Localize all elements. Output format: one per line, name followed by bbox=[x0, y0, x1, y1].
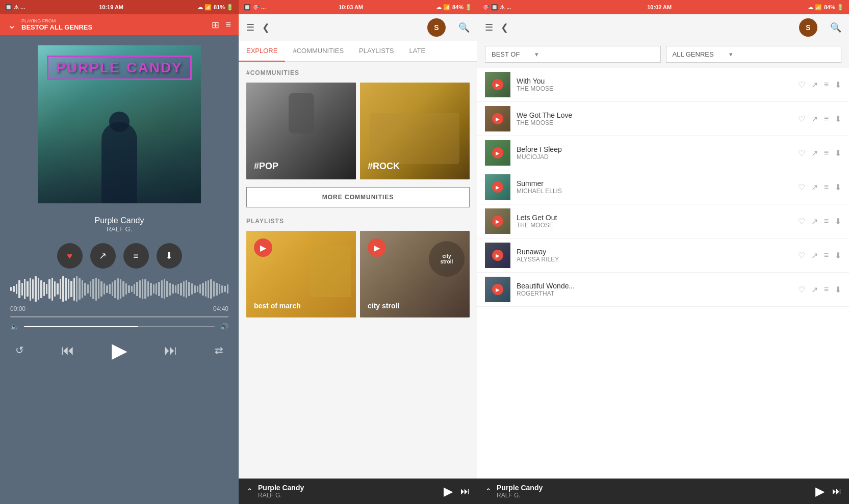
wave-bar bbox=[32, 279, 34, 299]
song-row[interactable]: ▶ Runaway ALYSSA RILEY ♡ ↗ ≡ ⬇ bbox=[477, 238, 849, 273]
playlist-city-play[interactable]: ▶ bbox=[368, 238, 386, 257]
mini-expand-icon-p3[interactable]: ⌃ bbox=[485, 487, 492, 496]
status-right-p3: ☁ 📶 84% 🔋 bbox=[808, 4, 844, 11]
song-download-icon[interactable]: ⬇ bbox=[835, 251, 841, 260]
song-share-icon[interactable]: ↗ bbox=[811, 182, 818, 192]
community-card-pop[interactable]: #POP bbox=[246, 83, 356, 179]
song-queue-icon[interactable]: ≡ bbox=[824, 285, 829, 294]
repeat-button[interactable]: ↺ bbox=[15, 344, 24, 356]
filter-bestof[interactable]: BEST OF ▾ bbox=[485, 46, 661, 63]
search-icon[interactable]: 🔍 bbox=[458, 22, 470, 33]
song-queue-icon[interactable]: ≡ bbox=[824, 251, 829, 260]
song-queue-icon[interactable]: ≡ bbox=[824, 80, 829, 89]
song-play-icon[interactable]: ▶ bbox=[492, 181, 503, 193]
tab-playlists[interactable]: PLAYLISTS bbox=[351, 41, 401, 61]
song-play-icon[interactable]: ▶ bbox=[492, 147, 503, 158]
song-queue-icon[interactable]: ≡ bbox=[824, 114, 829, 123]
song-share-icon[interactable]: ↗ bbox=[811, 148, 818, 158]
next-button[interactable]: ⏭ bbox=[164, 342, 177, 358]
wave-bar bbox=[57, 283, 58, 295]
download-button[interactable]: ⬇ bbox=[157, 243, 182, 269]
progress-bar[interactable] bbox=[10, 316, 228, 317]
chevron-down-icon[interactable]: ⌄ bbox=[8, 19, 16, 31]
mini-play-button-p3[interactable]: ▶ bbox=[815, 484, 825, 498]
user-avatar[interactable]: S bbox=[427, 18, 446, 37]
community-card-rock[interactable]: #ROCK bbox=[360, 83, 470, 179]
user-avatar-p3[interactable]: S bbox=[799, 18, 817, 37]
search-icon-p3[interactable]: 🔍 bbox=[830, 22, 841, 33]
community-rock-label: #ROCK bbox=[368, 161, 400, 172]
playlist-march-play[interactable]: ▶ bbox=[254, 238, 272, 257]
song-like-icon[interactable]: ♡ bbox=[798, 80, 805, 90]
song-download-icon[interactable]: ⬇ bbox=[835, 285, 841, 295]
album-title: PURPLE CANDY bbox=[38, 56, 201, 80]
song-share-icon[interactable]: ↗ bbox=[811, 80, 818, 90]
hamburger-icon-p3[interactable]: ☰ bbox=[485, 22, 493, 33]
song-like-icon[interactable]: ♡ bbox=[798, 217, 805, 226]
shuffle-button[interactable]: ⇄ bbox=[215, 344, 223, 356]
song-like-icon[interactable]: ♡ bbox=[798, 182, 805, 192]
filter-genres[interactable]: ALL GENRES ▾ bbox=[666, 46, 842, 63]
menu-icon[interactable]: ≡ bbox=[225, 19, 231, 31]
song-share-icon[interactable]: ↗ bbox=[811, 217, 818, 226]
song-download-icon[interactable]: ⬇ bbox=[835, 217, 841, 226]
song-queue-icon[interactable]: ≡ bbox=[824, 182, 829, 192]
song-download-icon[interactable]: ⬇ bbox=[835, 182, 841, 192]
song-row[interactable]: ▶ Before I Sleep MUCIOJAD ♡ ↗ ≡ ⬇ bbox=[477, 136, 849, 170]
mini-expand-icon-p2[interactable]: ⌃ bbox=[246, 487, 253, 496]
play-pause-button[interactable]: ▶ bbox=[112, 338, 127, 362]
song-play-icon[interactable]: ▶ bbox=[492, 79, 503, 90]
song-play-icon[interactable]: ▶ bbox=[492, 250, 503, 261]
song-like-icon[interactable]: ♡ bbox=[798, 148, 805, 158]
song-row[interactable]: ▶ With You THE MOOSE ♡ ↗ ≡ ⬇ bbox=[477, 68, 849, 102]
album-art-container: PURPLE CANDY bbox=[0, 35, 239, 211]
tab-late[interactable]: LATE bbox=[402, 41, 433, 61]
song-play-icon[interactable]: ▶ bbox=[492, 284, 503, 295]
song-row[interactable]: ▶ We Got The Love THE MOOSE ♡ ↗ ≡ ⬇ bbox=[477, 102, 849, 136]
playlist-card-march[interactable]: ▶ best of march bbox=[246, 231, 356, 317]
song-download-icon[interactable]: ⬇ bbox=[835, 114, 841, 124]
tab-explore[interactable]: EXPLORE bbox=[239, 41, 285, 62]
status-bar-panel2: 🔲 🎯 ... 10:03 AM ☁ 📶 84% 🔋 bbox=[239, 0, 477, 14]
mini-play-button-p2[interactable]: ▶ bbox=[444, 484, 453, 498]
action-buttons: ♥ ↗ ≡ ⬇ bbox=[0, 238, 239, 274]
song-share-icon[interactable]: ↗ bbox=[811, 251, 818, 260]
song-queue-icon[interactable]: ≡ bbox=[824, 148, 829, 157]
transport-controls: ↺ ⏮ ▶ ⏭ ⇄ bbox=[0, 333, 239, 367]
song-row-artist: MICHAEL ELLIS bbox=[517, 188, 792, 195]
song-download-icon[interactable]: ⬇ bbox=[835, 148, 841, 158]
song-play-icon[interactable]: ▶ bbox=[492, 113, 503, 124]
mini-info-p2: Purple Candy RALF G. bbox=[258, 484, 439, 499]
song-download-icon[interactable]: ⬇ bbox=[835, 80, 841, 90]
song-row[interactable]: ▶ Lets Get Out THE MOOSE ♡ ↗ ≡ ⬇ bbox=[477, 204, 849, 238]
prev-button[interactable]: ⏮ bbox=[61, 342, 74, 358]
share-button[interactable]: ↗ bbox=[90, 243, 116, 269]
song-queue-icon[interactable]: ≡ bbox=[824, 217, 829, 226]
song-share-icon[interactable]: ↗ bbox=[811, 285, 818, 295]
back-icon-p3[interactable]: ❮ bbox=[501, 22, 508, 33]
mini-next-button-p2[interactable]: ⏭ bbox=[460, 486, 470, 497]
wave-bar bbox=[52, 278, 53, 301]
wave-bar bbox=[62, 276, 64, 302]
song-row-artist: THE MOOSE bbox=[517, 222, 792, 229]
song-row[interactable]: ▶ Summer MICHAEL ELLIS ♡ ↗ ≡ ⬇ bbox=[477, 170, 849, 204]
queue-button[interactable]: ≡ bbox=[123, 243, 149, 269]
mini-next-button-p3[interactable]: ⏭ bbox=[832, 486, 841, 497]
hamburger-icon[interactable]: ☰ bbox=[246, 22, 254, 33]
song-share-icon[interactable]: ↗ bbox=[811, 114, 818, 124]
playlist-card-city[interactable]: citystroll ▶ city stroll bbox=[360, 231, 470, 317]
back-icon[interactable]: ❮ bbox=[262, 22, 270, 33]
volume-track[interactable] bbox=[24, 326, 215, 327]
queue-icon[interactable]: ⊞ bbox=[212, 19, 219, 31]
more-communities-button[interactable]: MORE COMMUNITIES bbox=[246, 187, 470, 207]
song-play-icon[interactable]: ▶ bbox=[492, 216, 503, 227]
community-pop-label: #POP bbox=[254, 161, 278, 172]
song-like-icon[interactable]: ♡ bbox=[798, 114, 805, 124]
song-like-icon[interactable]: ♡ bbox=[798, 251, 805, 260]
song-like-icon[interactable]: ♡ bbox=[798, 285, 805, 295]
wave-bar bbox=[221, 285, 223, 293]
like-button[interactable]: ♥ bbox=[57, 243, 83, 269]
song-row[interactable]: ▶ Beautiful Wonde... ROGERTHAT ♡ ↗ ≡ ⬇ bbox=[477, 273, 849, 307]
waveform[interactable]: // Generate wave bars inline via documen… bbox=[10, 276, 228, 302]
tab-communities[interactable]: #COMMUNITIES bbox=[285, 41, 351, 61]
